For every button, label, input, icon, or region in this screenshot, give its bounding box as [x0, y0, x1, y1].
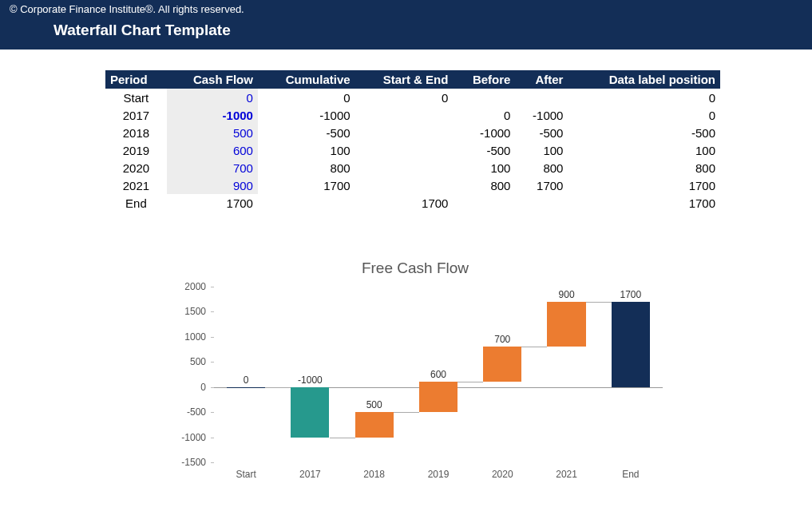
y-tick-label: -500: [187, 406, 206, 418]
data-table-container: Period Cash Flow Cumulative Start & End …: [105, 70, 720, 212]
cell-labelpos: 0: [568, 106, 720, 124]
col-after: After: [515, 70, 568, 89]
x-tick-label: 2021: [556, 469, 577, 480]
cell-startend: [355, 159, 454, 176]
table-row: 2021900170080017001700: [105, 176, 720, 194]
cell-startend: 0: [355, 89, 454, 106]
cell-startend: [355, 141, 454, 159]
col-startend: Start & End: [355, 70, 454, 89]
cell-period: 2018: [105, 124, 167, 141]
bar-total: [612, 302, 650, 387]
cell-before: -1000: [453, 124, 515, 141]
bar-increase: [547, 302, 585, 347]
cell-period: End: [105, 194, 167, 212]
y-tick-label: 500: [190, 356, 206, 367]
table-header-row: Period Cash Flow Cumulative Start & End …: [105, 70, 720, 89]
bar-increase: [483, 347, 521, 382]
x-tick-label: 2017: [299, 469, 321, 480]
x-tick-label: 2019: [428, 469, 450, 480]
data-label: 700: [494, 334, 510, 345]
data-label: 600: [430, 369, 446, 380]
table-row: 2018500-500-1000-500-500: [105, 124, 720, 141]
x-tick-label: Start: [236, 469, 255, 480]
y-axis: -1500-1000-5000500100015002000: [168, 287, 211, 462]
y-tick-label: 1500: [184, 306, 206, 317]
cell-after: 100: [515, 141, 568, 159]
cell-period: 2021: [105, 176, 167, 194]
cell-cashflow[interactable]: 600: [167, 141, 258, 159]
data-label: 500: [366, 399, 382, 410]
data-label: 1700: [620, 289, 641, 300]
cell-before: 0: [453, 106, 515, 124]
cell-labelpos: 0: [568, 89, 720, 106]
data-label: 0: [244, 374, 249, 386]
cell-after: 1700: [515, 176, 568, 194]
cell-after: 800: [515, 159, 568, 176]
col-labelpos: Data label position: [568, 70, 720, 89]
cell-after: [515, 89, 568, 106]
header-banner: © Corporate Finance Institute®. All righ…: [0, 0, 812, 50]
cell-startend: 1700: [355, 194, 454, 212]
cell-startend: [355, 124, 454, 141]
cell-cumulative: -500: [258, 124, 355, 141]
cell-startend: [355, 176, 454, 194]
cell-labelpos: 800: [568, 159, 720, 176]
table-row: End170017001700: [105, 194, 720, 212]
connector-line: [457, 382, 483, 382]
x-axis: Start20172018201920202021End: [214, 464, 663, 486]
data-label: 900: [559, 289, 575, 300]
page-title: Waterfall Chart Template: [53, 22, 802, 39]
table-row: 2017-1000-10000-10000: [105, 106, 720, 124]
data-label: -1000: [298, 374, 323, 386]
cell-period: 2019: [105, 141, 167, 159]
x-tick-label: 2018: [363, 469, 385, 480]
cell-cashflow[interactable]: 900: [167, 176, 258, 194]
cell-period: 2017: [105, 106, 167, 124]
cell-before: [453, 194, 515, 212]
cell-cashflow[interactable]: 1700: [167, 194, 258, 212]
cell-cumulative: -1000: [258, 106, 355, 124]
y-tick-label: 1000: [184, 331, 206, 343]
cell-before: -500: [453, 141, 515, 159]
cell-cashflow[interactable]: 700: [167, 159, 258, 176]
data-table: Period Cash Flow Cumulative Start & End …: [105, 70, 720, 212]
waterfall-chart: -1500-1000-5000500100015002000 0-1000500…: [168, 287, 663, 486]
y-tick-label: 2000: [184, 281, 206, 292]
cell-startend: [355, 106, 454, 124]
connector-line: [586, 302, 612, 303]
x-tick-label: 2020: [492, 469, 513, 480]
table-row: 2020700800100800800: [105, 159, 720, 176]
cell-cashflow[interactable]: 0: [167, 89, 258, 106]
cell-cumulative: 0: [258, 89, 355, 106]
cell-before: 800: [453, 176, 515, 194]
connector-line: [330, 438, 355, 438]
cell-cumulative: 100: [258, 141, 355, 159]
cell-cumulative: 800: [258, 159, 355, 176]
cell-cashflow[interactable]: 500: [167, 124, 258, 141]
cell-after: -1000: [515, 106, 568, 124]
cell-labelpos: 1700: [568, 176, 720, 194]
cell-labelpos: -500: [568, 124, 720, 141]
copyright-text: © Corporate Finance Institute®. All righ…: [10, 0, 802, 15]
connector-line: [394, 412, 419, 413]
connector-line: [521, 347, 547, 347]
cell-before: 100: [453, 159, 515, 176]
connector-line: [265, 387, 291, 388]
cell-labelpos: 1700: [568, 194, 720, 212]
y-tick-label: -1500: [181, 457, 206, 468]
col-cashflow: Cash Flow: [167, 70, 258, 89]
cell-period: Start: [105, 89, 167, 106]
cell-cashflow[interactable]: -1000: [167, 106, 258, 124]
table-row: Start0000: [105, 89, 720, 106]
table-row: 2019600100-500100100: [105, 141, 720, 159]
cell-period: 2020: [105, 159, 167, 176]
cell-cumulative: 1700: [258, 176, 355, 194]
cell-cumulative: [258, 194, 355, 212]
col-cumulative: Cumulative: [258, 70, 355, 89]
chart-title: Free Cash Flow: [168, 260, 663, 277]
x-tick-label: End: [622, 469, 639, 480]
y-tick-label: -1000: [181, 432, 206, 443]
col-before: Before: [453, 70, 515, 89]
cell-after: [515, 194, 568, 212]
bar-decrease: [291, 387, 329, 438]
